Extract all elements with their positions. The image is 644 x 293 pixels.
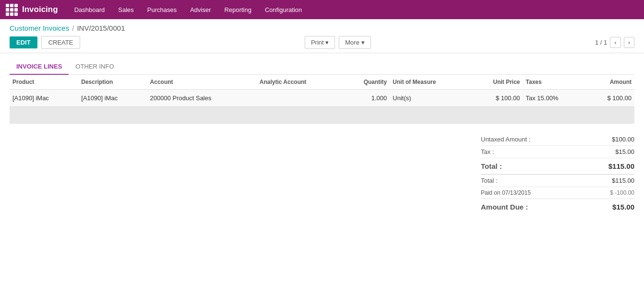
prev-page-button[interactable]: ‹: [610, 37, 620, 48]
cell-analytic: [257, 90, 343, 107]
cell-description: [A1090] iMac: [78, 90, 147, 107]
tax-label: Tax :: [481, 148, 494, 155]
main-content: INVOICE LINES OTHER INFO Product Descrip…: [0, 53, 644, 293]
total-row: Total : $115.00: [481, 158, 634, 175]
untaxed-label: Untaxed Amount :: [481, 136, 530, 143]
summary-section: Untaxed Amount : $100.00 Tax : $15.00 To…: [10, 124, 634, 215]
subtotal-value: $115.00: [612, 177, 634, 184]
tax-row: Tax : $15.00: [481, 146, 634, 158]
untaxed-value: $100.00: [612, 136, 634, 143]
nav-configuration[interactable]: Configuration: [258, 0, 309, 19]
app-brand: Invoicing: [22, 5, 58, 14]
create-button[interactable]: CREATE: [41, 36, 81, 49]
tax-value: $15.00: [615, 148, 634, 155]
more-dropdown-icon: ▾: [361, 39, 365, 46]
col-header-unit-price: Unit Price: [470, 75, 523, 90]
breadcrumb-link[interactable]: Customer Invoices: [10, 24, 69, 32]
table-row[interactable]: [A1090] iMac [A1090] iMac 200000 Product…: [10, 90, 634, 107]
subtotal-row: Total : $115.00: [481, 175, 634, 187]
pagination: 1 / 1 ‹ ›: [595, 37, 634, 48]
subtotal-label: Total :: [481, 177, 498, 184]
cell-unit-price: $ 100.00: [470, 90, 523, 107]
toolbar: EDIT CREATE Print ▾ More ▾ 1 / 1 ‹ ›: [10, 36, 634, 53]
untaxed-amount-row: Untaxed Amount : $100.00: [481, 133, 634, 146]
apps-grid-icon[interactable]: [6, 4, 17, 15]
print-label: Print: [311, 39, 324, 46]
col-header-product: Product: [10, 75, 78, 90]
cell-account: 200000 Product Sales: [147, 90, 257, 107]
tabs: INVOICE LINES OTHER INFO: [10, 53, 634, 75]
invoice-table: Product Description Account Analytic Acc…: [10, 75, 634, 106]
col-header-account: Account: [147, 75, 257, 90]
nav-dashboard[interactable]: Dashboard: [68, 0, 112, 19]
edit-button[interactable]: EDIT: [10, 36, 37, 48]
col-header-analytic: Analytic Account: [257, 75, 343, 90]
nav-purchases[interactable]: Purchases: [141, 0, 183, 19]
more-label: More: [345, 39, 359, 46]
amount-due-value: $15.00: [612, 203, 634, 211]
cell-uom: Unit(s): [390, 90, 469, 107]
cell-taxes: Tax 15.00%: [523, 90, 585, 107]
col-header-uom: Unit of Measure: [390, 75, 469, 90]
summary-table: Untaxed Amount : $100.00 Tax : $15.00 To…: [481, 133, 634, 215]
amount-due-label: Amount Due :: [481, 203, 528, 211]
print-button[interactable]: Print ▾: [305, 36, 335, 49]
breadcrumb: Customer Invoices / INV/2015/0001: [10, 24, 634, 32]
top-navigation: Invoicing Dashboard Sales Purchases Advi…: [0, 0, 644, 19]
print-dropdown-icon: ▾: [325, 39, 329, 46]
tab-other-info[interactable]: OTHER INFO: [69, 59, 120, 75]
cell-amount: $ 100.00: [585, 90, 634, 107]
total-label: Total :: [481, 162, 502, 170]
col-header-description: Description: [78, 75, 147, 90]
nav-adviser[interactable]: Adviser: [183, 0, 217, 19]
pagination-text: 1 / 1: [595, 39, 607, 46]
amount-due-row: Amount Due : $15.00: [481, 199, 634, 215]
breadcrumb-current: INV/2015/0001: [77, 24, 125, 32]
breadcrumb-separator: /: [72, 24, 74, 32]
more-button[interactable]: More ▾: [339, 36, 370, 49]
breadcrumb-bar: Customer Invoices / INV/2015/0001 EDIT C…: [0, 19, 644, 53]
nav-reporting[interactable]: Reporting: [218, 0, 258, 19]
paid-label: Paid on 07/13/2015: [481, 189, 531, 196]
cell-product: [A1090] iMac: [10, 90, 78, 107]
paid-value: $ -100.00: [610, 189, 634, 196]
col-header-taxes: Taxes: [523, 75, 585, 90]
col-header-quantity: Quantity: [342, 75, 390, 90]
col-header-amount: Amount: [585, 75, 634, 90]
tab-invoice-lines[interactable]: INVOICE LINES: [10, 59, 69, 75]
cell-quantity: 1.000: [342, 90, 390, 107]
nav-sales[interactable]: Sales: [111, 0, 141, 19]
paid-row: Paid on 07/13/2015 $ -100.00: [481, 187, 634, 199]
total-value: $115.00: [608, 162, 634, 170]
add-row-area[interactable]: [10, 106, 634, 124]
nav-menu: Dashboard Sales Purchases Adviser Report…: [68, 0, 638, 19]
next-page-button[interactable]: ›: [624, 37, 634, 48]
